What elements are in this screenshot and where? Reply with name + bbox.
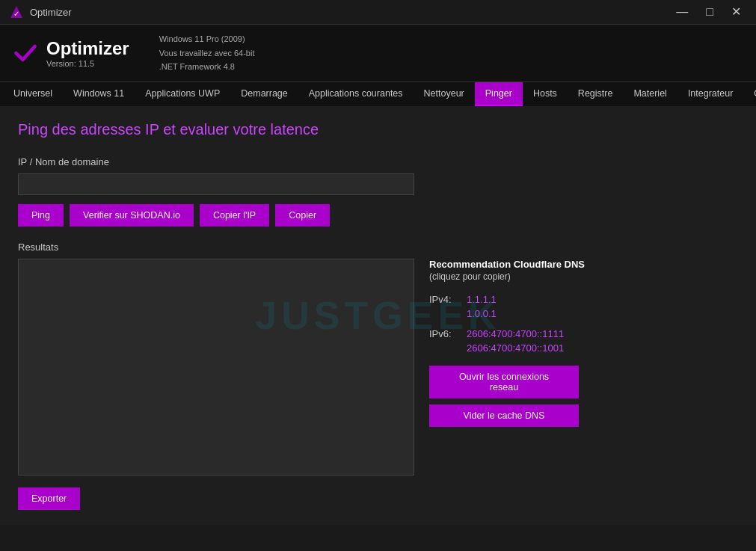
ipv6-row: IPv6: 2606:4700:4700::1111 2606:4700:470… [429,328,738,354]
app-header: Optimizer Version: 11.5 Windows 11 Pro (… [0,25,756,81]
results-row: Recommendation Cloudflare DNS (cliquez p… [18,259,738,475]
results-textarea[interactable] [18,259,414,475]
maximize-button[interactable]: □ [700,4,719,19]
ipv4-row: IPv4: 1.1.1.1 1.0.0.1 [429,294,738,319]
nav-item-applications-courantes[interactable]: Applications courantes [298,82,414,106]
ip-input[interactable] [18,173,414,195]
ipv6-addresses: 2606:4700:4700::1111 2606:4700:4700::100… [467,328,564,354]
action-buttons: Ping Verifier sur SHODAN.io Copier l'IP … [18,204,738,227]
ping-button[interactable]: Ping [18,204,64,227]
ipv4-addr-1[interactable]: 1.1.1.1 [467,294,497,305]
export-section: Exporter [18,487,738,510]
copy-button[interactable]: Copier [275,204,330,227]
ipv4-label: IPv4: [429,294,458,305]
nav-item-materiel[interactable]: Materiel [623,82,677,106]
results-label: Resultats [18,241,738,253]
dns-panel: Recommendation Cloudflare DNS (cliquez p… [429,259,738,475]
logo-icon [12,40,39,67]
nav-bar: UniverselWindows 11Applications UWPDemar… [0,81,756,106]
nav-item-applications-uwp[interactable]: Applications UWP [135,82,230,106]
nav-item-options[interactable]: Options [743,82,756,106]
sys-line1: Windows 11 Pro (2009) [159,32,255,46]
title-bar: ✓ Optimizer — □ ✕ [0,0,756,25]
close-button[interactable]: ✕ [725,4,747,19]
nav-item-integrateur[interactable]: Integrateur [677,82,743,106]
app-logo: Optimizer Version: 11.5 [12,38,129,68]
minimize-button[interactable]: — [670,4,694,19]
nav-item-universel[interactable]: Universel [3,82,63,106]
dns-subtitle: (cliquez pour copier) [429,271,738,282]
app-icon: ✓ [9,4,24,19]
main-content: JUSTGEEK Ping des adresses IP et evaluer… [0,106,756,525]
page-title: Ping des adresses IP et evaluer votre la… [18,121,738,138]
ipv6-addr-1[interactable]: 2606:4700:4700::1111 [467,328,564,339]
ipv6-addr-2[interactable]: 2606:4700:4700::1001 [467,342,564,354]
title-bar-controls: — □ ✕ [670,4,747,19]
sys-line3: .NET Framework 4.8 [159,60,255,74]
app-name-block: Optimizer Version: 11.5 [46,38,129,68]
sys-line2: Vous travaillez avec 64-bit [159,46,255,61]
title-bar-left: ✓ Optimizer [9,4,72,19]
nav-item-demarrage[interactable]: Demarrage [230,82,298,106]
nav-item-windows-11[interactable]: Windows 11 [63,82,135,106]
flush-dns-button[interactable]: Vider le cache DNS [429,404,579,427]
nav-item-nettoyeur[interactable]: Nettoyeur [414,82,475,106]
ipv4-addr-2[interactable]: 1.0.0.1 [467,308,497,319]
nav-item-registre[interactable]: Registre [568,82,624,106]
export-button[interactable]: Exporter [18,487,80,510]
ipv6-label: IPv6: [429,328,458,339]
app-version: Version: 11.5 [46,59,129,68]
open-connections-button[interactable]: Ouvrir les connexions reseau [429,366,579,398]
window-title: Optimizer [30,7,72,18]
ipv4-addresses: 1.1.1.1 1.0.0.1 [467,294,497,319]
copy-ip-button[interactable]: Copier l'IP [200,204,269,227]
dns-title: Recommendation Cloudflare DNS [429,259,738,270]
svg-text:✓: ✓ [13,10,19,18]
dns-action-buttons: Ouvrir les connexions reseau Vider le ca… [429,366,738,427]
system-info: Windows 11 Pro (2009) Vous travaillez av… [159,32,255,74]
shodan-button[interactable]: Verifier sur SHODAN.io [70,204,194,227]
nav-item-pinger[interactable]: Pinger [475,82,523,106]
nav-item-hosts[interactable]: Hosts [523,82,568,106]
ip-label: IP / Nom de domaine [18,156,738,167]
app-name: Optimizer [46,38,129,59]
